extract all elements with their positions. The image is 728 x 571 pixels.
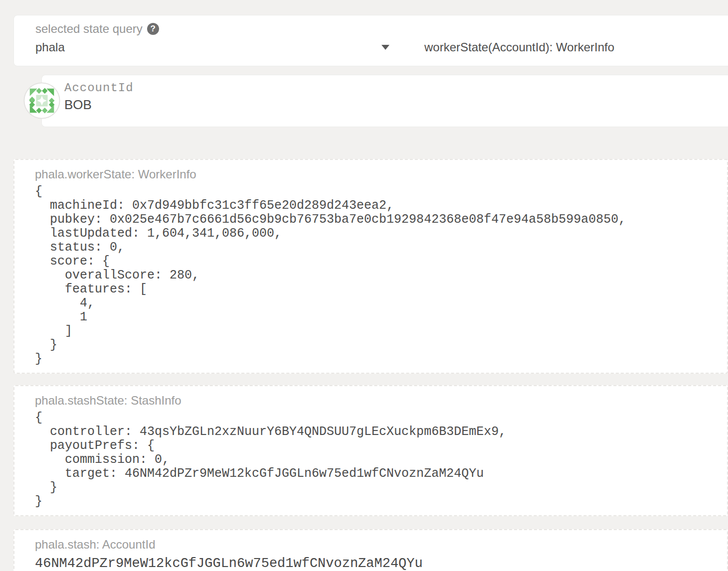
account-id-label: AccountId bbox=[64, 81, 728, 95]
account-identicon bbox=[23, 82, 60, 119]
state-query-label: selected state query bbox=[35, 22, 143, 36]
module-select-value: phala bbox=[35, 40, 65, 54]
state-query-box: selected state query ? phala workerState… bbox=[13, 15, 728, 66]
result-worker-state-json: { machineId: 0x7d949bbfc31c3ff65e20d289d… bbox=[35, 185, 717, 366]
state-query-row: phala workerState(AccountId): WorkerInfo bbox=[35, 40, 728, 54]
state-query-label-row: selected state query ? bbox=[35, 22, 728, 36]
account-id-value[interactable]: BOB bbox=[64, 97, 728, 113]
result-worker-state: phala.workerState: WorkerInfo { machineI… bbox=[13, 159, 728, 374]
result-stash-value: 46NM42dPZr9MeW12kcGfJGGLn6w75ed1wfCNvozn… bbox=[35, 556, 717, 571]
chevron-down-icon bbox=[381, 45, 389, 50]
result-stash-state-title: phala.stashState: StashInfo bbox=[35, 394, 717, 408]
result-stash-state: phala.stashState: StashInfo { controller… bbox=[13, 385, 728, 516]
result-worker-state-title: phala.workerState: WorkerInfo bbox=[35, 167, 717, 181]
result-stash-title: phala.stash: AccountId bbox=[35, 538, 717, 552]
result-stash-state-json: { controller: 43qsYbZGLn2xzNuurY6BY4QNDS… bbox=[35, 411, 717, 509]
help-icon[interactable]: ? bbox=[147, 23, 159, 35]
account-id-field[interactable]: AccountId BOB bbox=[41, 75, 728, 127]
result-stash: phala.stash: AccountId 46NM42dPZr9MeW12k… bbox=[13, 529, 728, 571]
method-select-value: workerState(AccountId): WorkerInfo bbox=[424, 40, 614, 54]
method-select-dropdown[interactable]: workerState(AccountId): WorkerInfo bbox=[424, 40, 614, 54]
module-select-dropdown[interactable]: phala bbox=[35, 40, 394, 54]
